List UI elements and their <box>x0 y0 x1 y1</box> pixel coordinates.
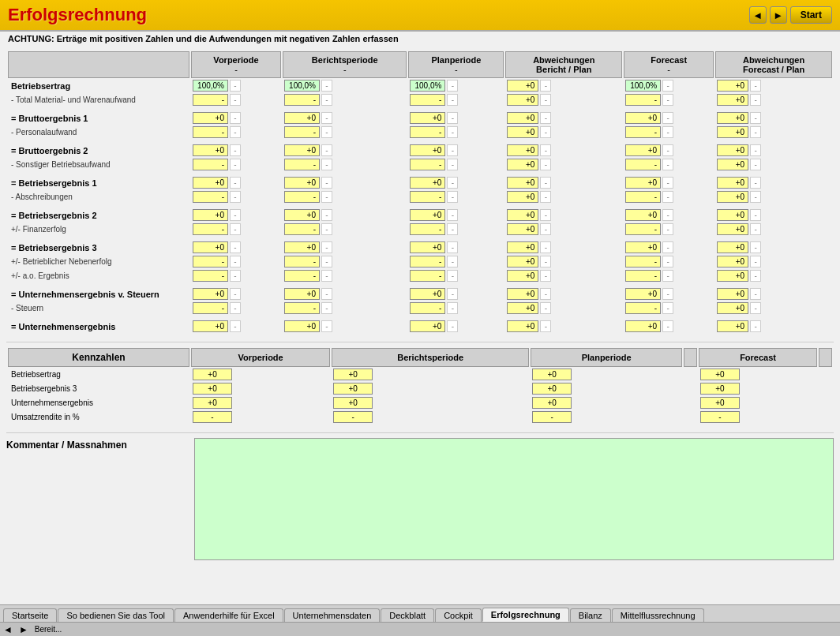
data-cell-value[interactable]: - <box>284 256 320 267</box>
data-cell-value[interactable]: +0 <box>193 177 228 189</box>
kenn-fc-cell[interactable]: - <box>700 411 740 423</box>
data-cell-value[interactable]: - <box>410 270 445 282</box>
data-cell-value[interactable]: +0 <box>625 288 661 300</box>
data-cell-value[interactable]: - <box>193 191 228 203</box>
tab-bilanz[interactable]: Bilanz <box>570 608 611 622</box>
kennzahlen-row: Umsatzrendite in %---- <box>8 410 832 424</box>
data-cell-value[interactable]: +0 <box>410 241 445 253</box>
data-cell-value[interactable]: - <box>625 191 661 203</box>
data-cell-value[interactable]: +0 <box>625 177 661 189</box>
data-cell-value[interactable]: +0 <box>625 144 661 156</box>
data-cell-value[interactable]: - <box>625 159 661 170</box>
tab-cockpit[interactable]: Cockpit <box>435 608 482 622</box>
data-cell-value[interactable]: - <box>193 270 228 282</box>
data-cell-value[interactable]: +0 <box>625 209 661 221</box>
kenn-fc-cell[interactable]: +0 <box>700 383 740 395</box>
data-cell-value[interactable]: - <box>410 302 445 314</box>
tab-anwenderhilfe-für-excel[interactable]: Anwenderhilfe für Excel <box>174 608 283 622</box>
data-cell-value[interactable]: - <box>284 191 320 203</box>
abw-cell-dash: - <box>540 159 551 170</box>
kenn-cell[interactable]: - <box>532 411 572 423</box>
kenn-cell[interactable]: - <box>193 411 232 423</box>
data-cell-value[interactable]: +0 <box>284 288 320 300</box>
data-cell-value[interactable]: +0 <box>284 241 320 253</box>
data-cell-value[interactable]: - <box>410 191 445 203</box>
data-cell-value[interactable]: +0 <box>284 209 320 221</box>
data-cell-value[interactable]: +0 <box>193 288 228 300</box>
data-cell-value[interactable]: +0 <box>193 112 228 124</box>
data-cell-value[interactable]: 100,0% <box>284 80 320 92</box>
data-cell-value[interactable]: - <box>625 256 661 267</box>
kenn-cell[interactable]: +0 <box>333 369 373 380</box>
data-cell-value[interactable]: 100,0% <box>410 80 445 92</box>
bottom-nav-prev[interactable]: ◄ <box>3 624 13 635</box>
data-cell-value[interactable]: +0 <box>193 209 228 221</box>
kenn-cell[interactable]: +0 <box>532 383 572 395</box>
kommentar-textarea[interactable] <box>194 438 834 560</box>
start-button[interactable]: Start <box>790 6 832 24</box>
data-cell-value[interactable]: - <box>625 302 661 314</box>
tab-mittelflussrechnung[interactable]: Mittelflussrechnung <box>612 608 704 622</box>
fwd-button[interactable]: ► <box>770 6 787 24</box>
data-cell-value[interactable]: - <box>284 223 320 235</box>
kenn-cell[interactable]: +0 <box>333 383 373 395</box>
back-button[interactable]: ◄ <box>749 6 767 24</box>
data-cell-value[interactable]: +0 <box>410 177 445 189</box>
data-cell-value[interactable]: - <box>625 126 661 138</box>
data-cell-value[interactable]: +0 <box>625 112 661 124</box>
tab-erfolgsrechnung[interactable]: Erfolgsrechnung <box>482 608 569 622</box>
data-cell-value[interactable]: +0 <box>410 209 445 221</box>
data-cell-value[interactable]: +0 <box>284 112 320 124</box>
data-cell-value[interactable]: - <box>410 223 445 235</box>
data-cell-value[interactable]: - <box>284 270 320 282</box>
data-cell-value[interactable]: - <box>625 94 661 106</box>
kenn-cell[interactable]: +0 <box>333 397 373 409</box>
kenn-cell[interactable]: +0 <box>193 383 232 395</box>
data-cell-value[interactable]: - <box>284 302 320 314</box>
data-cell-value[interactable]: +0 <box>410 320 445 332</box>
kenn-cell[interactable]: +0 <box>532 369 572 380</box>
kenn-fc-cell[interactable]: +0 <box>700 397 740 409</box>
data-cell-value[interactable]: +0 <box>410 288 445 300</box>
data-cell-value[interactable]: - <box>193 94 228 106</box>
data-cell-value[interactable]: - <box>284 94 320 106</box>
tab-startseite[interactable]: Startseite <box>3 608 57 622</box>
data-cell-value[interactable]: - <box>193 302 228 314</box>
kenn-cell[interactable]: +0 <box>193 369 232 380</box>
data-cell-value[interactable]: - <box>625 223 661 235</box>
data-cell-value[interactable]: +0 <box>410 112 445 124</box>
kenn-cell[interactable]: +0 <box>532 397 572 409</box>
data-cell-value[interactable]: - <box>410 94 445 106</box>
tab-so-bedienen-sie-das-tool[interactable]: So bedienen Sie das Tool <box>58 608 174 622</box>
data-cell-value[interactable]: +0 <box>284 320 320 332</box>
data-cell-value[interactable]: - <box>193 159 228 170</box>
data-cell-value[interactable]: - <box>625 270 661 282</box>
data-cell-value[interactable]: 100,0% <box>193 80 228 92</box>
data-cell-value[interactable]: +0 <box>410 144 445 156</box>
data-cell-value[interactable]: - <box>410 256 445 267</box>
kenn-cell[interactable]: - <box>333 411 373 423</box>
data-cell-value[interactable]: 100,0% <box>625 80 661 92</box>
kenn-fc-cell[interactable]: +0 <box>700 369 740 380</box>
bottom-nav-next[interactable]: ► <box>19 624 28 635</box>
data-cell-value[interactable]: - <box>284 159 320 170</box>
data-cell-value[interactable]: - <box>193 256 228 267</box>
data-cell-value[interactable]: +0 <box>193 241 228 253</box>
tab-unternehmensdaten[interactable]: Unternehmensdaten <box>284 608 381 622</box>
data-cell-value[interactable]: +0 <box>193 144 228 156</box>
data-cell-value[interactable]: - <box>410 159 445 170</box>
data-cell-value[interactable]: - <box>284 126 320 138</box>
data-cell-value[interactable]: +0 <box>625 320 661 332</box>
data-cell-value[interactable]: +0 <box>193 320 228 332</box>
data-cell-value[interactable]: - <box>410 126 445 138</box>
data-cell-value[interactable]: +0 <box>284 144 320 156</box>
row-label: - Total Material- und Warenaufwand <box>8 93 189 107</box>
tab-deckblatt[interactable]: Deckblatt <box>381 608 434 622</box>
data-cell-value[interactable]: +0 <box>284 177 320 189</box>
kenn-cell[interactable]: +0 <box>193 397 232 409</box>
data-cell-value[interactable]: - <box>193 223 228 235</box>
abw-cell-value: +0 <box>717 94 748 106</box>
data-cell-value[interactable]: - <box>193 126 228 138</box>
data-cell-value[interactable]: +0 <box>625 241 661 253</box>
data-cell-dash: - <box>230 159 241 170</box>
